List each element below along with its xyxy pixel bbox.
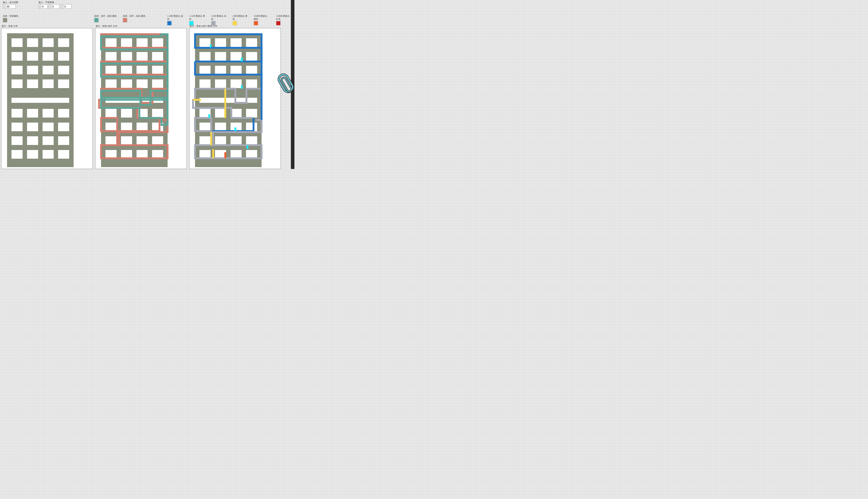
svg-rect-24 <box>58 123 69 131</box>
fiber-front-label: 选择：光纤 - 前段 颜色 <box>94 14 117 17</box>
chevron-down-icon[interactable]: ▼ <box>3 7 5 9</box>
chevron-up-icon[interactable]: ▲ <box>3 4 5 7</box>
pan-x-stepper[interactable]: ▲ ▼ <box>49 4 60 9</box>
svg-rect-8 <box>58 52 69 61</box>
svg-rect-4 <box>58 38 69 47</box>
legend-data-label: <-120 数据点 青色 <box>189 14 205 21</box>
pan-x-input[interactable] <box>51 4 60 9</box>
svg-rect-32 <box>58 150 69 159</box>
svg-rect-50 <box>152 80 163 88</box>
canvas-fiber[interactable] <box>95 28 187 169</box>
svg-rect-44 <box>121 66 132 74</box>
svg-rect-101 <box>200 98 257 103</box>
svg-rect-73 <box>200 52 210 61</box>
svg-rect-81 <box>200 80 210 88</box>
svg-rect-11 <box>43 66 53 74</box>
svg-rect-39 <box>106 52 117 61</box>
svg-rect-54 <box>152 109 163 118</box>
svg-rect-10 <box>27 66 38 74</box>
chevron-up-icon[interactable]: ▲ <box>49 4 51 7</box>
svg-rect-72 <box>246 38 257 47</box>
svg-rect-92 <box>246 123 257 131</box>
input-row: 输入：放大倍数 ▲ ▼ 输入：平移图像 ▲ ▼ ▲ <box>3 1 72 9</box>
svg-rect-25 <box>12 136 23 145</box>
fiber-back-swatch[interactable] <box>123 18 127 22</box>
svg-rect-78 <box>215 66 226 74</box>
svg-rect-2 <box>27 38 38 47</box>
svg-rect-30 <box>27 150 38 159</box>
svg-rect-15 <box>43 80 53 88</box>
svg-rect-17 <box>12 109 23 118</box>
svg-rect-23 <box>43 123 53 131</box>
svg-rect-18 <box>27 109 38 118</box>
pan-y-stepper[interactable]: ▲ ▼ <box>61 4 72 9</box>
svg-rect-71 <box>230 38 242 47</box>
pipe-color-label: 选择：管道颜色 <box>3 14 19 17</box>
zoom-label: 输入：放大倍数 <box>3 1 19 4</box>
svg-rect-3 <box>43 38 53 47</box>
legend-data-label: <120 数据点 灰色 <box>211 14 227 21</box>
zoom-stepper[interactable]: ▲ ▼ <box>3 4 16 9</box>
svg-rect-7 <box>43 52 53 61</box>
chevron-down-icon[interactable]: ▼ <box>61 7 63 9</box>
svg-rect-47 <box>106 80 117 88</box>
fiber-front-swatch[interactable] <box>94 18 99 22</box>
zoom-group: 输入：放大倍数 ▲ ▼ <box>3 1 19 9</box>
svg-rect-77 <box>200 66 210 74</box>
svg-rect-5 <box>12 52 23 61</box>
svg-rect-60 <box>121 136 132 145</box>
legend-data-item: <-120 数据点 青色 <box>189 14 205 25</box>
svg-rect-94 <box>215 136 226 145</box>
panel-title: 显示：管道+光纤 分布 <box>95 25 187 28</box>
svg-rect-28 <box>58 136 69 145</box>
svg-rect-89 <box>200 123 210 131</box>
canvas-data[interactable] <box>189 28 281 169</box>
svg-rect-31 <box>43 150 53 159</box>
svg-rect-93 <box>200 136 210 145</box>
svg-rect-14 <box>27 80 38 88</box>
svg-rect-22 <box>27 123 38 131</box>
chevron-up-icon[interactable]: ▲ <box>61 4 63 7</box>
svg-rect-45 <box>136 66 148 74</box>
svg-rect-79 <box>230 66 242 74</box>
svg-rect-42 <box>152 52 163 61</box>
svg-rect-29 <box>12 150 23 159</box>
vertical-scrollbar[interactable] <box>291 0 294 169</box>
legend-pipe: 选择：管道颜色 <box>3 14 94 25</box>
svg-rect-83 <box>230 80 242 88</box>
svg-rect-41 <box>136 52 148 61</box>
svg-rect-80 <box>246 66 257 74</box>
panel-pipes: 显示：管道 分布 <box>1 25 93 169</box>
svg-rect-37 <box>136 38 148 47</box>
svg-rect-27 <box>43 136 53 145</box>
svg-rect-48 <box>121 80 132 88</box>
legend-data-item: <400 数据点 黄色 <box>232 14 248 25</box>
svg-rect-69 <box>200 38 210 47</box>
chevron-down-icon[interactable]: ▼ <box>49 7 51 9</box>
legend-data-item: <1000 数据点 橘色 <box>254 14 270 25</box>
pan-y-input[interactable] <box>63 4 72 9</box>
svg-rect-36 <box>121 38 132 47</box>
svg-rect-74 <box>215 52 226 61</box>
pipe-color-swatch[interactable] <box>3 18 7 22</box>
svg-rect-38 <box>152 38 163 47</box>
legend-data: <-300 数据点 蓝色 <-120 数据点 青色 <120 数据点 灰色 <4… <box>167 14 292 25</box>
svg-rect-16 <box>58 80 69 88</box>
chevron-up-icon[interactable]: ▲ <box>39 4 41 7</box>
panel-fiber: 显示：管道+光纤 分布 <box>95 25 187 169</box>
svg-rect-90 <box>215 123 226 131</box>
pan-group: 输入：平移图像 ▲ ▼ ▲ ▼ ▲ ▼ <box>38 1 72 9</box>
svg-rect-61 <box>136 136 148 145</box>
legend-data-label: <400 数据点 黄色 <box>232 14 248 21</box>
svg-rect-43 <box>106 66 117 74</box>
canvas-pipes[interactable] <box>1 28 93 169</box>
svg-rect-35 <box>106 38 117 47</box>
pan-main-input[interactable] <box>41 4 47 9</box>
chevron-down-icon[interactable]: ▼ <box>39 7 41 9</box>
pan-main-stepper[interactable]: ▲ ▼ <box>38 4 47 9</box>
zoom-input[interactable] <box>5 4 16 9</box>
svg-rect-59 <box>106 136 117 145</box>
svg-rect-26 <box>27 136 38 145</box>
svg-rect-19 <box>43 109 53 118</box>
svg-rect-70 <box>215 38 226 47</box>
